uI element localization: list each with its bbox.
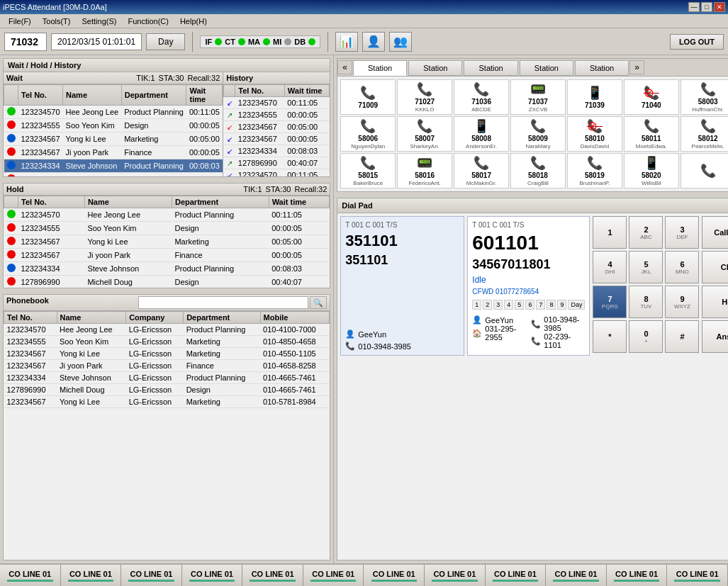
table-row[interactable]: 127896990 Michell Doug Design 00:40:07 [4, 173, 223, 177]
line-3[interactable]: 3 [493, 300, 503, 310]
co-tab-6[interactable]: CO LINE 01 [303, 565, 364, 586]
co-tab-4[interactable]: CO LINE 01 [182, 565, 243, 586]
close-button[interactable]: ✕ [714, 2, 725, 12]
station-71037[interactable]: 📟71037ZXCVB [510, 79, 566, 115]
list-item[interactable]: ↗12323455500:00:05 [224, 109, 330, 121]
station-58019[interactable]: 📞58019BrushmanP. [567, 153, 622, 188]
co-tab-9[interactable]: CO LINE 01 [486, 565, 547, 586]
table-row[interactable]: 123234570Hee Jeong LeeProduct Planning00… [4, 208, 330, 222]
line-2[interactable]: 2 [483, 300, 492, 310]
line-8[interactable]: 8 [547, 300, 556, 310]
station-71027[interactable]: 📞71027KKKLO [397, 79, 452, 115]
station-tab-5[interactable]: Station [575, 60, 629, 76]
station-58015[interactable]: 📞58015BakerBruce [340, 153, 396, 188]
list-item[interactable]: ↙12323456700:05:00 [224, 121, 330, 133]
line-6[interactable]: 6 [525, 300, 534, 310]
station-nav-left[interactable]: « [337, 60, 352, 74]
key-8[interactable]: 8TUV [629, 286, 663, 318]
station-tab-3[interactable]: Station [464, 60, 517, 76]
key-6[interactable]: 6MNO [665, 251, 699, 283]
list-item[interactable]: ↙12323457000:11:05 [224, 97, 330, 109]
key-hash[interactable]: # [665, 320, 699, 353]
table-row[interactable]: 123234567 Ji yoon Park Finance 00:00:05 [4, 146, 223, 159]
menu-setting[interactable]: Setting(S) [77, 16, 123, 27]
line-5[interactable]: 5 [515, 300, 524, 310]
table-row[interactable]: 123234334 Steve Johnson Product Planning… [4, 159, 223, 173]
key-4[interactable]: 4GHI [593, 251, 627, 283]
co-tab-11[interactable]: CO LINE 01 [607, 565, 668, 586]
hold-button[interactable]: Hold [702, 286, 728, 318]
table-row[interactable]: 123234567 Yong ki Lee Marketing 00:05:00 [4, 133, 223, 146]
co-tab-12[interactable]: CO LINE 01 [667, 565, 728, 586]
stats-button[interactable]: 📊 [335, 32, 358, 52]
station-71009[interactable]: 📞71009 [340, 79, 396, 115]
table-row[interactable]: 123234555 Soo Yeon Kim Design 00:00:05 [4, 119, 223, 133]
group-button[interactable]: 👥 [389, 32, 412, 52]
station-58009[interactable]: 📞58009NaraMary [510, 116, 566, 152]
list-item[interactable]: ↙12323457000:11:05 [224, 169, 330, 177]
key-5[interactable]: 5JKL [629, 251, 663, 283]
call-hold-button[interactable]: Call hold [702, 216, 728, 249]
station-58007[interactable]: 📞58007SharkeyAn. [397, 116, 452, 152]
key-9[interactable]: 9WXYZ [665, 286, 699, 318]
table-row[interactable]: 123234567Ji yoon ParkFinance00:00:05 [4, 249, 330, 262]
minimize-button[interactable]: — [688, 2, 700, 12]
menu-file[interactable]: File(F) [3, 16, 37, 27]
key-3[interactable]: 3DEF [665, 216, 699, 249]
station-tab-4[interactable]: Station [520, 60, 573, 76]
line-4[interactable]: 4 [504, 300, 513, 310]
list-item[interactable]: 123234567Yong ki LeeLG-EricssonMarketing… [4, 348, 330, 360]
clear-button[interactable]: Clear [702, 251, 728, 283]
key-0[interactable]: 0+ [629, 320, 663, 353]
station-tab-1[interactable]: Station [353, 60, 407, 76]
list-item[interactable]: 123234570Hee Jeong LeeLG-EricssonProduct… [4, 324, 330, 336]
list-item[interactable]: ↗12789699000:40:07 [224, 157, 330, 169]
co-tab-5[interactable]: CO LINE 01 [242, 565, 303, 586]
menu-tools[interactable]: Tools(T) [37, 16, 77, 27]
phonebook-search-button[interactable]: 🔍 [310, 296, 327, 309]
station-71040[interactable]: 📞⊘71040 [624, 79, 679, 115]
station-58018[interactable]: 📞58018CraigBill [510, 153, 566, 188]
co-tab-3[interactable]: CO LINE 01 [121, 565, 182, 586]
station-tab-2[interactable]: Station [408, 60, 462, 76]
table-row[interactable]: 123234570 Hee Jeong Lee Product Planning… [4, 106, 223, 119]
line-7[interactable]: 7 [536, 300, 545, 310]
co-tab-1[interactable]: CO LINE 01 [0, 565, 61, 586]
table-row[interactable]: 127896990Michell DougDesign00:40:07 [4, 276, 330, 288]
co-tab-10[interactable]: CO LINE 01 [546, 565, 607, 586]
station-71039[interactable]: 📱71039 [567, 79, 622, 115]
day-button[interactable]: Day [146, 33, 185, 50]
list-item[interactable]: 123234555Soo Yeon KimLG-EricssonMarketin… [4, 336, 330, 348]
line-1[interactable]: 1 [472, 300, 481, 310]
line-day[interactable]: Day [568, 300, 585, 310]
co-tab-2[interactable]: CO LINE 01 [61, 565, 122, 586]
menu-function[interactable]: Function(C) [122, 16, 174, 27]
station-71036[interactable]: 📞71036ABCDE [454, 79, 509, 115]
maximize-button[interactable]: □ [701, 2, 712, 12]
station-58010[interactable]: 📞⊘58010DavisDavid [567, 116, 622, 152]
key-1[interactable]: 1 [593, 216, 627, 249]
co-tab-7[interactable]: CO LINE 01 [364, 565, 425, 586]
logout-button[interactable]: LOG OUT [670, 34, 724, 50]
table-row[interactable]: 123234334Steve JohnsonProduct Planning00… [4, 262, 330, 276]
station-58012[interactable]: 📞58012PearceMelis. [681, 116, 728, 152]
station-nav-right[interactable]: » [629, 60, 644, 74]
key-2[interactable]: 2ABC [629, 216, 663, 249]
list-item[interactable]: 123234334Steve JohnsonLG-EricssonProduct… [4, 372, 330, 384]
co-tab-8[interactable]: CO LINE 01 [425, 565, 486, 586]
station-58017[interactable]: 📞58017McMakinGr. [454, 153, 509, 188]
key-7[interactable]: 7PQRS [593, 286, 627, 318]
station-58020[interactable]: 📱58020WillisBil [624, 153, 679, 188]
list-item[interactable]: ↙12323433400:08:03 [224, 145, 330, 157]
table-row[interactable]: 123234567Yong ki LeeMarketing00:05:00 [4, 235, 330, 249]
menu-help[interactable]: Help(H) [174, 16, 213, 27]
station-58011[interactable]: 📞58011MoetsEdwa. [624, 116, 679, 152]
contacts-button[interactable]: 👤 [362, 32, 385, 52]
list-item[interactable]: 123234567Ji yoon ParkLG-EricssonFinance0… [4, 360, 330, 372]
list-item[interactable]: 123234567Yong ki LeeLG-EricssonMarketing… [4, 396, 330, 408]
table-row[interactable]: 123234555Soo Yeon KimDesign00:00:05 [4, 222, 330, 235]
station-58006[interactable]: 📞58006NguyenDylan [340, 116, 396, 152]
list-item[interactable]: ↙12323456700:00:05 [224, 133, 330, 145]
phonebook-search-input[interactable] [138, 296, 308, 309]
key-star[interactable]: * [593, 320, 627, 353]
